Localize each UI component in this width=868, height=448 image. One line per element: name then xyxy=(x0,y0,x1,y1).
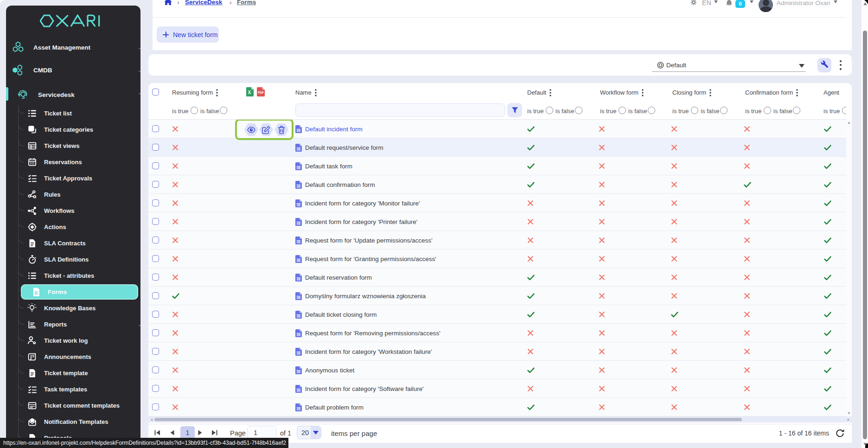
scrollbar-thumb[interactable] xyxy=(863,31,867,439)
row-checkbox[interactable] xyxy=(152,348,159,355)
form-name-cell[interactable]: Default problem form xyxy=(295,398,364,416)
row-checkbox[interactable] xyxy=(152,255,159,262)
table-row[interactable]: Default request/service form xyxy=(148,138,846,157)
sidebar-item-ticket-comment-templates[interactable]: Ticket comment templates xyxy=(6,397,140,414)
row-checkbox[interactable] xyxy=(152,199,159,206)
scroll-right-icon[interactable] xyxy=(848,419,849,421)
form-name-cell[interactable]: Request form for 'Granting permissions/a… xyxy=(295,250,436,268)
form-name-cell[interactable]: Default task form xyxy=(295,157,352,175)
sidebar-item-cmdb[interactable]: CMDB ⌄ xyxy=(6,62,140,78)
column-header-name[interactable]: Name xyxy=(295,89,312,96)
sidebar-item-asset-management[interactable]: Asset Management ⌄ xyxy=(6,39,140,55)
is-true-radio[interactable] xyxy=(842,107,846,114)
name-filter-input[interactable] xyxy=(295,103,505,117)
pager-page-size-select[interactable]: 20 xyxy=(297,426,321,439)
form-name-cell[interactable]: Default confirmation form xyxy=(295,175,375,194)
form-name-text[interactable]: Request form for 'Update permissions/acc… xyxy=(305,237,433,244)
form-name-text[interactable]: Default reservation form xyxy=(305,274,372,281)
table-row[interactable]: Default problem form xyxy=(148,398,846,416)
sidebar-item-forms-active[interactable]: Forms xyxy=(21,284,138,300)
pager-previous-button[interactable] xyxy=(167,426,177,439)
column-header-default[interactable]: Default xyxy=(527,89,546,96)
notifications-bell-icon[interactable] xyxy=(726,0,733,8)
language-caret-icon[interactable] xyxy=(714,0,718,3)
table-row[interactable]: Request form for 'Granting permissions/a… xyxy=(148,250,846,268)
scroll-left-icon[interactable] xyxy=(151,419,153,421)
form-name-cell[interactable]: Anonymous ticket xyxy=(295,361,355,379)
is-true-radio[interactable] xyxy=(764,107,771,114)
is-false-radio[interactable] xyxy=(720,107,728,114)
user-menu-caret-icon[interactable] xyxy=(834,0,837,3)
column-header-workflow-form[interactable]: Workflow form xyxy=(600,89,638,96)
form-name-text[interactable]: Default confirmation form xyxy=(305,181,375,188)
sidebar-item-ticket-approvals[interactable]: Ticket Approvals xyxy=(6,170,140,186)
row-checkbox[interactable] xyxy=(152,329,159,336)
sidebar-item-actions[interactable]: Actions xyxy=(6,219,140,235)
column-menu-kebab-icon[interactable] xyxy=(709,89,711,98)
is-false-radio[interactable] xyxy=(575,107,582,114)
pdf-export-icon[interactable]: PDF xyxy=(257,87,265,98)
column-menu-kebab-icon[interactable] xyxy=(642,89,644,98)
sidebar-item-reservations[interactable]: Reservations xyxy=(6,154,140,170)
table-row[interactable]: Default ticket closing form xyxy=(148,305,846,324)
column-header-confirmation-form[interactable]: Confirmation form xyxy=(745,89,793,96)
form-name-text[interactable]: Anonymous ticket xyxy=(305,367,355,374)
is-false-radio[interactable] xyxy=(220,107,227,114)
sidebar-item-task-templates[interactable]: Task templates xyxy=(6,381,140,397)
sidebar-item-ticket-attributes[interactable]: Ticket - attributes xyxy=(6,268,140,284)
sidebar-item-announcements[interactable]: Announcements xyxy=(6,349,140,365)
toolbar-more-button[interactable] xyxy=(836,58,845,71)
form-name-cell[interactable]: Request form for 'Update permissions/acc… xyxy=(295,231,433,250)
is-true-radio[interactable] xyxy=(191,107,198,114)
column-header-resuming-form[interactable]: Resuming form xyxy=(172,89,213,96)
pager-page-1-button[interactable]: 1 xyxy=(180,426,195,439)
row-checkbox[interactable] xyxy=(152,403,159,410)
sidebar-item-sla-definitions[interactable]: SLA Definitions xyxy=(6,251,140,268)
form-name-cell[interactable]: Default request/service form xyxy=(295,138,383,157)
table-row[interactable]: Incident form for category 'Software fai… xyxy=(148,379,846,398)
form-name-cell[interactable]: Incident form for category 'Workstation … xyxy=(295,342,432,361)
oxari-logo[interactable] xyxy=(40,14,100,29)
form-name-cell[interactable]: Default ticket closing form xyxy=(295,305,377,324)
browser-scrollbar[interactable] xyxy=(861,0,868,448)
sidebar-item-rules[interactable]: Rules xyxy=(6,186,140,203)
grid-vertical-scrollbar[interactable] xyxy=(846,120,852,416)
sidebar-item-sla-contracts[interactable]: SLA Contracts xyxy=(6,235,140,251)
scroll-up-icon[interactable] xyxy=(848,122,850,124)
pager-refresh-button[interactable] xyxy=(834,427,846,439)
form-name-text[interactable]: Incident form for category 'Software fai… xyxy=(305,385,424,392)
user-avatar[interactable] xyxy=(759,0,773,12)
view-select-dropdown[interactable]: Default xyxy=(652,60,805,72)
form-name-text[interactable]: Default incident form xyxy=(305,126,363,133)
column-menu-kebab-icon[interactable] xyxy=(796,89,798,98)
form-name-cell[interactable]: Incident form for category 'Printer fail… xyxy=(295,212,417,231)
form-name-cell[interactable]: Request form for 'Removing permissions/a… xyxy=(295,324,440,342)
is-true-radio[interactable] xyxy=(546,107,553,114)
form-name-cell[interactable]: Incident form for category 'Software fai… xyxy=(295,379,424,398)
table-row[interactable]: Domyślny formularz wznowienia zgłoszenia xyxy=(148,287,846,305)
table-row[interactable]: Request form for 'Removing permissions/a… xyxy=(148,324,846,342)
is-false-radio[interactable] xyxy=(648,107,655,114)
table-row[interactable]: Incident form for category 'Monitor fail… xyxy=(148,194,846,212)
name-filter-button[interactable] xyxy=(507,103,522,117)
new-ticket-form-button[interactable]: New ticket form xyxy=(157,26,219,43)
form-name-text[interactable]: Default task form xyxy=(305,163,352,170)
table-row[interactable]: Anonymous ticket xyxy=(148,361,846,379)
sidebar-item-reports[interactable]: Reports⌄ xyxy=(6,316,140,333)
sidebar-item-ticket-work-log[interactable]: Ticket work log xyxy=(6,333,140,349)
delete-button[interactable] xyxy=(274,123,288,136)
excel-export-icon[interactable]: X xyxy=(246,87,254,98)
horizontal-scroll-thumb[interactable] xyxy=(154,418,742,421)
is-true-radio[interactable] xyxy=(691,107,698,114)
table-row[interactable]: Incident form for category 'Printer fail… xyxy=(148,212,846,231)
sidebar-item-ticket-list[interactable]: Ticket list xyxy=(6,105,140,122)
form-name-cell[interactable]: Default reservation form xyxy=(295,268,372,287)
form-name-text[interactable]: Incident form for category 'Printer fail… xyxy=(305,218,417,225)
edit-button[interactable] xyxy=(259,123,273,136)
pager-next-button[interactable] xyxy=(195,426,205,439)
table-row[interactable]: Request form for 'Update permissions/acc… xyxy=(148,231,846,250)
table-row[interactable]: Default reservation form xyxy=(148,268,846,287)
column-header-agent[interactable]: Agent xyxy=(823,89,839,96)
row-checkbox[interactable] xyxy=(152,366,159,373)
column-menu-kebab-icon[interactable] xyxy=(315,89,317,98)
